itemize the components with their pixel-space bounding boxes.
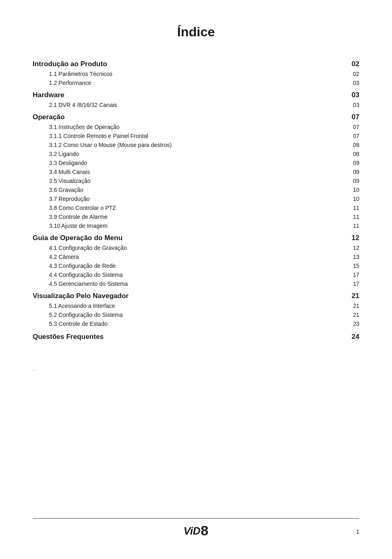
toc-label-4.5: 4.5 Gerenciamento do Sistema <box>49 281 198 287</box>
toc-page-5.1: 21 <box>347 303 359 309</box>
toc-entry-3.3: 3.3 Desligando 09 <box>33 160 359 166</box>
toc-label-1.2: 1.2 Performance <box>49 80 198 86</box>
toc-entry-4.2: 4.2 Câmera 13 <box>33 254 359 260</box>
toc-label-4.3: 4.3 Configuração de Rede <box>49 263 198 269</box>
dot-marker: . <box>33 365 359 372</box>
toc-page-1.1: 02 <box>347 71 359 77</box>
page-number: 1 <box>356 528 359 535</box>
toc-label-3.3: 3.3 Desligando <box>49 160 198 166</box>
toc-label-3.7: 3.7 Reprodução <box>49 196 198 202</box>
toc-label-3.1: 3.1 Instruções de Operação <box>49 124 198 130</box>
toc-page-guia: 12 <box>347 234 359 242</box>
toc-entry-3.2: 3.2 Ligando 08 <box>33 151 359 157</box>
toc-page-operacao: 07 <box>347 113 359 121</box>
table-of-contents: Introdução ao Produto 02 1.1 Parâmetros … <box>33 60 359 341</box>
toc-label-3.9: 3.9 Controle de Alarme <box>49 214 198 220</box>
toc-label-hardware: Hardware <box>33 91 190 99</box>
toc-label-4.4: 4.4 Configuração do Sistema <box>49 272 198 278</box>
footer-content: ViD 8 1 <box>0 519 392 543</box>
toc-page-3.3: 09 <box>347 160 359 166</box>
toc-page-hardware: 03 <box>347 91 359 99</box>
toc-label-3.10: 3.10 Ajuste de Imagem <box>49 223 198 229</box>
toc-entry-3.1.2: 3.1.2 Como Usar o Mouse (Mouse para dest… <box>33 142 359 148</box>
toc-entry-5.1: 5.1 Acessando a Interface 21 <box>33 303 359 309</box>
brand-vid-text: ViD <box>184 525 200 537</box>
toc-page-5.3: 23 <box>347 321 359 327</box>
toc-entry-5.2: 5.2 Configuração do Sistema 21 <box>33 312 359 318</box>
toc-label-3.2: 3.2 Ligando <box>49 151 198 157</box>
toc-entry-3.8: 3.8 Como Controlar o PTZ 11 <box>33 205 359 211</box>
toc-entry-3.9: 3.9 Controle de Alarme 11 <box>33 214 359 220</box>
toc-entry-3.10: 3.10 Ajuste de Imagem 11 <box>33 223 359 229</box>
toc-entry-guia: Guia de Operação do Menu 12 <box>33 234 359 242</box>
toc-label-3.8: 3.8 Como Controlar o PTZ <box>49 205 198 211</box>
toc-label-visual: Visualização Pelo Navegador <box>33 292 190 300</box>
toc-label-3.6: 3.6 Gravação <box>49 187 198 193</box>
toc-page-questoes: 24 <box>347 333 359 341</box>
page-title: Índice <box>33 24 359 40</box>
toc-label-4.2: 4.2 Câmera <box>49 254 198 260</box>
toc-entry-3.6: 3.6 Gravação 10 <box>33 187 359 193</box>
toc-label-guia: Guia de Operação do Menu <box>33 234 190 242</box>
toc-entry-3.4: 3.4 Multi Canais 09 <box>33 169 359 175</box>
toc-page-3.1: 07 <box>347 124 359 130</box>
toc-page-3.1.2: 08 <box>347 142 359 148</box>
toc-label-4.1: 4.1 Configuração de Gravação <box>49 245 198 251</box>
toc-page-5.2: 21 <box>347 312 359 318</box>
toc-page-3.5: 09 <box>347 178 359 184</box>
toc-page-4.1: 12 <box>347 245 359 251</box>
toc-page-intro: 02 <box>347 60 359 68</box>
toc-page-3.7: 10 <box>347 196 359 202</box>
toc-page-3.2: 08 <box>347 151 359 157</box>
toc-page-4.4: 17 <box>347 272 359 278</box>
toc-entry-hardware: Hardware 03 <box>33 91 359 99</box>
toc-label-3.1.2: 3.1.2 Como Usar o Mouse (Mouse para dest… <box>49 142 198 148</box>
toc-entry-operacao: Operação 07 <box>33 113 359 121</box>
toc-label-3.4: 3.4 Multi Canais <box>49 169 198 175</box>
toc-label-3.5: 3.5 Visualização <box>49 178 198 184</box>
toc-entry-1.1: 1.1 Parâmetros Técnicos 02 <box>33 71 359 77</box>
toc-entry-4.3: 4.3 Configuração de Rede 15 <box>33 263 359 269</box>
toc-entry-4.4: 4.4 Configuração do Sistema 17 <box>33 272 359 278</box>
toc-page-4.3: 15 <box>347 263 359 269</box>
toc-page-1.2: 03 <box>347 80 359 86</box>
toc-entry-4.5: 4.5 Gerenciamento do Sistema 17 <box>33 281 359 287</box>
toc-entry-5.3: 5.3 Controle de Estado 23 <box>33 321 359 327</box>
toc-entry-intro: Introdução ao Produto 02 <box>33 60 359 68</box>
toc-label-2.1: 2.1 DVR 4 /8/16/32 Canais <box>49 102 198 108</box>
toc-label-intro: Introdução ao Produto <box>33 60 190 68</box>
toc-page-3.10: 11 <box>347 223 359 229</box>
page: Índice Introdução ao Produto 02 1.1 Parâ… <box>0 0 392 559</box>
toc-page-3.8: 11 <box>347 205 359 211</box>
toc-page-3.9: 11 <box>347 214 359 220</box>
toc-label-5.2: 5.2 Configuração do Sistema <box>49 312 198 318</box>
toc-label-1.1: 1.1 Parâmetros Técnicos <box>49 71 198 77</box>
toc-entry-3.7: 3.7 Reprodução 10 <box>33 196 359 202</box>
toc-entry-1.2: 1.2 Performance 03 <box>33 80 359 86</box>
toc-entry-3.5: 3.5 Visualização 09 <box>33 178 359 184</box>
toc-label-questoes: Questões Frequentes <box>33 333 190 341</box>
toc-page-3.6: 10 <box>347 187 359 193</box>
toc-page-3.1.1: 07 <box>347 133 359 139</box>
toc-entry-questoes: Questões Frequentes 24 <box>33 333 359 341</box>
toc-entry-4.1: 4.1 Configuração de Gravação 12 <box>33 245 359 251</box>
footer-area: ViD 8 1 <box>0 518 392 559</box>
toc-entry-2.1: 2.1 DVR 4 /8/16/32 Canais 03 <box>33 102 359 108</box>
toc-label-5.3: 5.3 Controle de Estado <box>49 321 198 327</box>
toc-entry-3.1.1: 3.1.1 Controle Remoto e Painel Frontal 0… <box>33 133 359 139</box>
toc-page-2.1: 03 <box>347 102 359 108</box>
brand-logo: ViD 8 <box>184 525 209 539</box>
toc-entry-visual: Visualização Pelo Navegador 21 <box>33 292 359 300</box>
toc-page-4.5: 17 <box>347 281 359 287</box>
toc-page-3.4: 09 <box>347 169 359 175</box>
toc-page-visual: 21 <box>347 292 359 300</box>
brand-8-text: 8 <box>200 523 208 537</box>
toc-label-3.1.1: 3.1.1 Controle Remoto e Painel Frontal <box>49 133 198 139</box>
toc-page-4.2: 13 <box>347 254 359 260</box>
toc-label-5.1: 5.1 Acessando a Interface <box>49 303 198 309</box>
toc-entry-3.1: 3.1 Instruções de Operação 07 <box>33 124 359 130</box>
toc-label-operacao: Operação <box>33 113 190 121</box>
